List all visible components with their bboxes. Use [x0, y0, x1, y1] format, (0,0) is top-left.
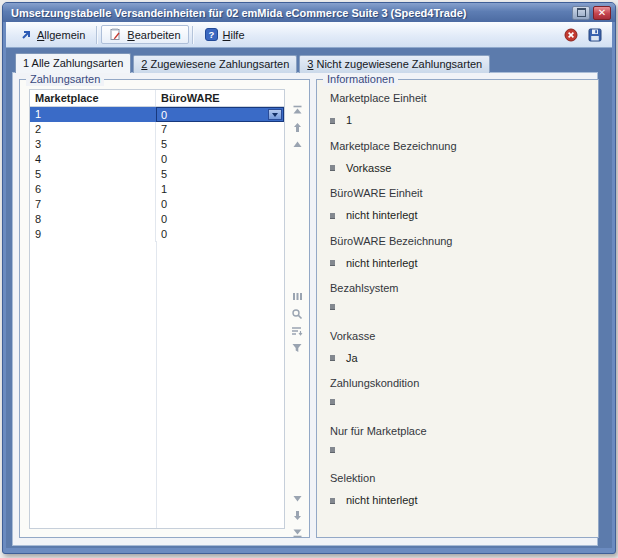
allgemein-arrow-icon — [20, 29, 32, 41]
search-icon[interactable] — [291, 307, 304, 320]
cell-buroware[interactable]: 0 — [156, 227, 284, 242]
column-chooser-icon[interactable] — [291, 290, 304, 303]
move-to-top-icon[interactable] — [291, 104, 304, 117]
save-icon[interactable] — [588, 28, 602, 42]
hilfe-label: Hilfe — [223, 29, 245, 41]
cell-buroware[interactable]: 0 — [156, 212, 284, 227]
tab-nicht-zugewiesene-zahlungsarten[interactable]: 3 Nicht zugewiesene Zahlungsarten — [299, 55, 490, 73]
info-value: nicht hinterlegt — [346, 209, 418, 222]
info-item-selektion: Selektion nicht hinterlegt — [330, 472, 590, 520]
cell-buroware-combobox[interactable]: 0 — [156, 107, 284, 122]
cell-buroware[interactable]: 7 — [156, 122, 284, 137]
cell-marketplace[interactable]: 2 — [30, 122, 156, 137]
info-item-bezahlsystem: Bezahlsystem — [330, 282, 590, 330]
sort-icon[interactable] — [291, 324, 304, 337]
cell-buroware[interactable]: 1 — [156, 182, 284, 197]
table-row[interactable]: 35 — [30, 137, 284, 152]
cancel-icon[interactable] — [564, 28, 578, 42]
info-value-row: nicht hinterlegt — [330, 257, 590, 270]
info-value-row: nicht hinterlegt — [330, 494, 590, 507]
table-row[interactable]: 40 — [30, 152, 284, 167]
info-item-buroware-einheit: BüroWARE Einheit nicht hinterlegt — [330, 187, 590, 235]
table-header-row[interactable]: Marketplace BüroWARE — [30, 90, 284, 107]
info-value-row: nicht hinterlegt — [330, 209, 590, 222]
titlebar[interactable]: Umsetzungstabelle Versandeinheiten für 0… — [3, 3, 615, 22]
cell-marketplace[interactable]: 6 — [30, 182, 156, 197]
table-row[interactable]: 55 — [30, 167, 284, 182]
cell-marketplace[interactable]: 5 — [30, 167, 156, 182]
move-down-icon[interactable] — [291, 509, 304, 522]
strip-middle-cluster — [289, 290, 305, 354]
info-item-marketplace-einheit: Marketplace Einheit 1 — [330, 92, 590, 140]
groupbox-zahlungsarten: Zahlungsarten Marketplace BüroWARE 1 0 — [19, 79, 310, 538]
cell-marketplace[interactable]: 8 — [30, 212, 156, 227]
info-value: nicht hinterlegt — [346, 257, 418, 270]
restore-button[interactable] — [572, 6, 590, 20]
cell-buroware[interactable]: 0 — [156, 197, 284, 212]
table-row[interactable]: 70 — [30, 197, 284, 212]
cell-buroware[interactable]: 5 — [156, 137, 284, 152]
cell-marketplace[interactable]: 4 — [30, 152, 156, 167]
restore-icon — [577, 8, 586, 17]
info-label: BüroWARE Einheit — [330, 187, 590, 200]
info-list: Marketplace Einheit 1 Marketplace Bezeic… — [330, 92, 590, 520]
info-item-nur-fuer-marketplace: Nur für Marketplace — [330, 425, 590, 473]
allgemein-button[interactable]: Allgemein — [12, 26, 93, 44]
bullet-icon — [330, 260, 335, 266]
allgemein-label: Allgemein — [37, 29, 85, 41]
info-label: Vorkasse — [330, 330, 590, 343]
table-row[interactable]: 27 — [30, 122, 284, 137]
move-to-bottom-icon[interactable] — [291, 526, 304, 539]
page-up-icon[interactable] — [291, 138, 304, 151]
grid-side-toolbar — [289, 89, 305, 529]
tab-zugewiesene-zahlungsarten[interactable]: 2 Zugewiesene Zahlungsarten — [133, 55, 297, 73]
close-icon: ✕ — [598, 8, 606, 18]
table-row[interactable]: 80 — [30, 212, 284, 227]
bearbeiten-button[interactable]: Bearbeiten — [101, 25, 188, 44]
filter-icon[interactable] — [291, 341, 304, 354]
bullet-icon — [330, 213, 335, 219]
info-value-row — [330, 447, 590, 453]
info-value-row: Ja — [330, 352, 590, 365]
tab-alle-zahlungsarten[interactable]: 1 Alle Zahlungsarten — [15, 53, 131, 73]
bearbeiten-label: Bearbeiten — [127, 29, 180, 41]
desktop-background: Umsetzungstabelle Versandeinheiten für 0… — [0, 0, 618, 558]
page-down-icon[interactable] — [291, 492, 304, 505]
zahlungsarten-table[interactable]: Marketplace BüroWARE 1 0 27 35 40 55 — [29, 89, 285, 529]
info-item-buroware-bezeichnung: BüroWARE Bezeichnung nicht hinterlegt — [330, 235, 590, 283]
cell-marketplace[interactable]: 1 — [30, 107, 156, 122]
edit-note-icon — [109, 28, 122, 41]
info-value-row: 1 — [330, 114, 590, 127]
combobox-dropdown-button[interactable] — [268, 109, 282, 120]
cell-marketplace[interactable]: 3 — [30, 137, 156, 152]
cell-marketplace[interactable]: 7 — [30, 197, 156, 212]
cell-buroware[interactable]: 0 — [156, 152, 284, 167]
move-up-icon[interactable] — [291, 121, 304, 134]
bullet-icon — [330, 447, 335, 453]
info-label: Marketplace Bezeichnung — [330, 140, 590, 153]
column-header-buroware[interactable]: BüroWARE — [156, 90, 284, 106]
bullet-icon — [330, 498, 335, 504]
table-row[interactable]: 61 — [30, 182, 284, 197]
info-value-row — [330, 304, 590, 310]
table-row[interactable]: 90 — [30, 227, 284, 242]
cell-marketplace[interactable]: 9 — [30, 227, 156, 242]
table-row-selected[interactable]: 1 0 — [30, 107, 284, 122]
tabstrip: 1 Alle Zahlungsarten 2 Zugewiesene Zahlu… — [15, 56, 492, 73]
info-item-zahlungskondition: Zahlungskondition — [330, 377, 590, 425]
bullet-icon — [330, 355, 335, 361]
info-value: 1 — [346, 114, 352, 127]
groupbox-zahlungsarten-legend: Zahlungsarten — [26, 73, 104, 86]
strip-bottom-cluster — [289, 492, 305, 539]
bullet-icon — [330, 118, 335, 124]
hilfe-button[interactable]: ? Hilfe — [197, 25, 253, 44]
cell-buroware[interactable]: 5 — [156, 167, 284, 182]
close-button[interactable]: ✕ — [593, 6, 611, 20]
window-title: Umsetzungstabelle Versandeinheiten für 0… — [11, 7, 569, 19]
info-item-vorkasse: Vorkasse Ja — [330, 330, 590, 378]
toolbar-right-group — [564, 28, 604, 42]
column-header-marketplace[interactable]: Marketplace — [30, 90, 156, 106]
info-item-marketplace-bezeichnung: Marketplace Bezeichnung Vorkasse — [330, 140, 590, 188]
workspace: 1 Alle Zahlungsarten 2 Zugewiesene Zahlu… — [6, 48, 612, 548]
help-icon: ? — [205, 28, 218, 41]
